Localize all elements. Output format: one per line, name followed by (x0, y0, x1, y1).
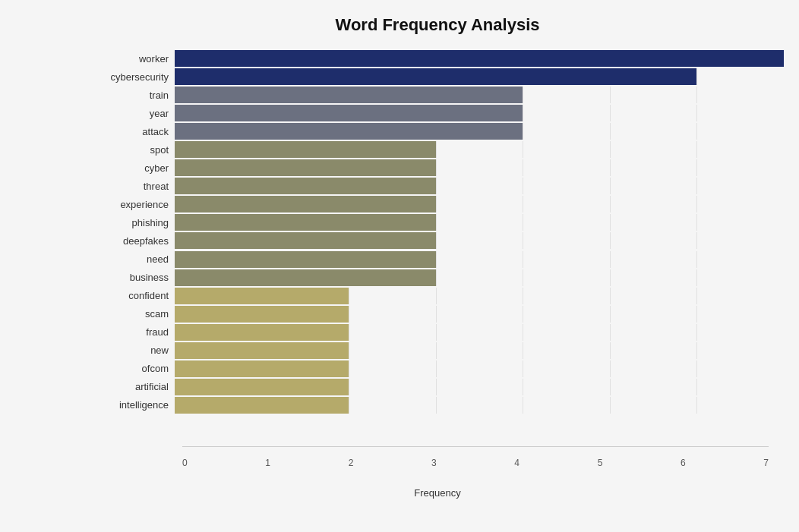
bar-fill (175, 159, 436, 176)
bar-label: attack (91, 126, 175, 137)
bar-row: new (91, 342, 784, 359)
bar-row: business (91, 269, 784, 286)
bar-fill (175, 288, 349, 304)
bar-row: phishing (91, 214, 784, 231)
tick-7: 7 (763, 458, 769, 468)
bar-track (175, 50, 784, 67)
bar-label: artificial (91, 381, 175, 392)
bar-row: attack (91, 123, 784, 140)
bar-track (175, 214, 784, 231)
bar-row: confident (91, 288, 784, 304)
bar-track (175, 269, 784, 286)
bar-label: train (91, 90, 175, 101)
bar-row: intelligence (91, 397, 784, 414)
bar-row: ofcom (91, 360, 784, 377)
bar-fill (175, 123, 523, 140)
bar-track (175, 288, 784, 304)
bar-fill (175, 178, 436, 194)
bar-fill (175, 105, 523, 121)
bar-track (175, 379, 784, 395)
bar-label: cyber (91, 162, 175, 174)
bar-track (175, 196, 784, 212)
bar-row: fraud (91, 324, 784, 341)
bar-row: need (91, 251, 784, 268)
bar-row: cyber (91, 159, 784, 176)
bar-label: new (91, 345, 175, 356)
bar-label: need (91, 253, 175, 265)
bar-track (175, 123, 784, 140)
bar-track (175, 306, 784, 323)
bar-track (175, 360, 784, 377)
bar-label: ofcom (91, 363, 175, 374)
bar-track (175, 324, 784, 341)
bar-fill (175, 379, 349, 395)
bar-label: spot (91, 144, 175, 156)
bar-label: threat (91, 181, 175, 192)
bar-fill (175, 196, 436, 212)
bar-fill (175, 251, 436, 268)
bar-track (175, 232, 784, 249)
bar-fill (175, 342, 349, 359)
bar-label: cybersecurity (91, 71, 175, 83)
bar-track (175, 178, 784, 194)
bar-track (175, 105, 784, 121)
bar-fill (175, 269, 436, 286)
bar-label: year (91, 108, 175, 119)
bar-row: scam (91, 306, 784, 323)
tick-3: 3 (431, 458, 437, 468)
bar-row: artificial (91, 379, 784, 395)
bar-fill (175, 306, 349, 323)
chart-area: workercybersecuritytrainyearattackspotcy… (91, 50, 784, 415)
bar-fill (175, 324, 349, 341)
bar-label: scam (91, 308, 175, 320)
bar-label: experience (91, 199, 175, 210)
x-axis-label: Frequency (91, 487, 784, 499)
bar-label: business (91, 272, 175, 283)
bar-label: deepfakes (91, 235, 175, 247)
bar-row: year (91, 105, 784, 121)
bar-fill (175, 232, 436, 249)
bar-fill (175, 87, 523, 103)
bar-track (175, 251, 784, 268)
tick-0: 0 (182, 458, 188, 468)
bar-fill (175, 360, 349, 377)
bar-row: threat (91, 178, 784, 194)
bar-track (175, 397, 784, 414)
bar-row: worker (91, 50, 784, 67)
bar-fill (175, 50, 784, 67)
tick-2: 2 (349, 458, 354, 468)
bar-track (175, 159, 784, 176)
bar-label: intelligence (91, 399, 175, 411)
bar-label: fraud (91, 326, 175, 338)
bar-fill (175, 68, 696, 85)
bar-track (175, 342, 784, 359)
bar-row: cybersecurity (91, 68, 784, 85)
bar-track (175, 68, 784, 85)
bar-fill (175, 141, 436, 158)
bar-track (175, 141, 784, 158)
bar-label: phishing (91, 217, 175, 228)
bar-track (175, 87, 784, 103)
bar-label: worker (91, 53, 175, 65)
x-ticks: 0 1 2 3 4 5 6 7 (182, 458, 769, 468)
chart-container: Word Frequency Analysis workercybersecur… (0, 0, 799, 532)
bar-row: train (91, 87, 784, 103)
bar-fill (175, 397, 349, 414)
tick-1: 1 (265, 458, 270, 468)
chart-title: Word Frequency Analysis (91, 15, 784, 35)
tick-5: 5 (598, 458, 603, 468)
x-axis (182, 446, 769, 447)
tick-4: 4 (514, 458, 520, 468)
bar-row: deepfakes (91, 232, 784, 249)
bar-label: confident (91, 290, 175, 301)
bar-fill (175, 214, 436, 231)
bar-row: experience (91, 196, 784, 212)
bar-row: spot (91, 141, 784, 158)
tick-6: 6 (681, 458, 686, 468)
